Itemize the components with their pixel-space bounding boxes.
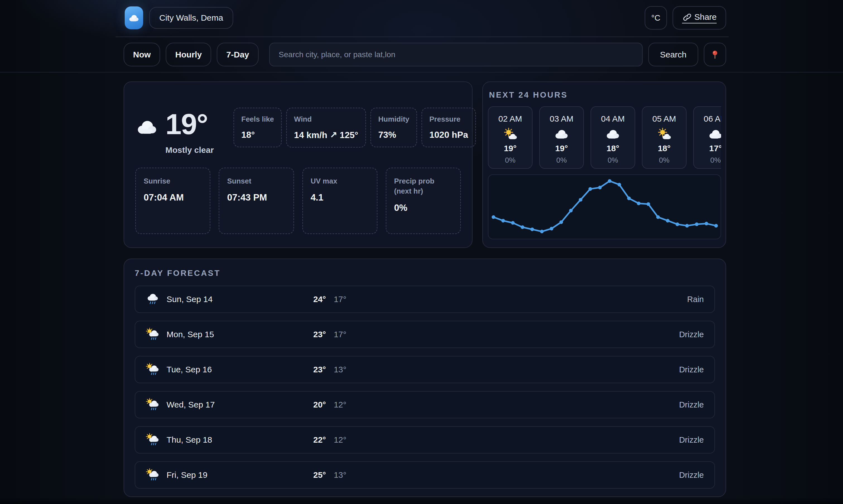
unit-toggle-button[interactable]: °C: [645, 6, 667, 30]
current-condition: Mostly clear: [165, 145, 233, 155]
stat-label: Humidity: [378, 115, 409, 124]
stat-value: 14 km/h ↗ 125°: [294, 130, 358, 140]
stat-label: Pressure: [429, 115, 468, 124]
forecast-row-thu: Thu, Sep 18 22° 12° Drizzle: [135, 426, 715, 453]
stat-value: 18°: [241, 130, 274, 140]
sun-tile-sunrise: Sunrise 07:04 AM: [135, 168, 210, 234]
day-high-temp: 23°: [313, 330, 326, 339]
tab-7day[interactable]: 7-Day: [217, 43, 258, 66]
day-date: Sun, Sep 14: [166, 294, 213, 304]
forecast-row-sun: Sun, Sep 14 24° 17° Rain: [135, 286, 715, 313]
hour-temp: 18°: [658, 144, 670, 153]
hour-tile: 06 AM 17° 0%: [693, 106, 721, 169]
round-pushpin-icon: [710, 50, 720, 60]
location-pill[interactable]: City Walls, Dema: [149, 7, 233, 29]
forecast-row-wed: Wed, Sep 17 20° 12° Drizzle: [135, 391, 715, 418]
hour-temp: 19°: [504, 144, 516, 153]
hour-time: 03 AM: [550, 114, 573, 124]
app-logo[interactable]: [125, 6, 143, 29]
sun-rain-cloud-icon: [146, 328, 160, 341]
stat-tile-humidity: Humidity 73%: [371, 108, 417, 147]
hour-tile: 02 AM 19° 0%: [488, 106, 533, 169]
cloud-icon: [128, 13, 140, 22]
app-header: City Walls, Dema °C Share Now Hourly 7-D…: [0, 0, 843, 73]
sun-value: 07:04 AM: [144, 192, 202, 203]
day-low-temp: 12°: [334, 400, 346, 410]
forecast-row-mon: Mon, Sep 15 23° 17° Drizzle: [135, 321, 715, 348]
sun-tile-precip-prob: Precip prob (next hr) 0%: [386, 168, 461, 234]
hour-temp: 19°: [555, 144, 568, 153]
seven-day-forecast-title: 7-DAY FORECAST: [135, 269, 715, 278]
sun-rain-cloud-icon: [146, 363, 160, 376]
link-icon: [682, 12, 692, 22]
sun-label: Sunset: [227, 176, 285, 186]
next-24-hours-card: NEXT 24 HOURS 02 AM 19° 0% 03 AM 19° 0%: [482, 82, 726, 248]
sun-rain-cloud-icon: [146, 468, 160, 482]
hour-time: 02 AM: [498, 114, 522, 124]
use-my-location-button[interactable]: [704, 43, 726, 66]
day-condition: Drizzle: [679, 435, 704, 445]
sun-behind-cloud-icon: [657, 127, 672, 140]
stat-label: Wind: [294, 115, 358, 124]
cloud-icon: [135, 118, 159, 136]
stat-value: 1020 hPa: [429, 130, 468, 140]
search-button[interactable]: Search: [648, 43, 698, 66]
day-condition: Drizzle: [679, 330, 704, 339]
hour-temp: 18°: [607, 144, 619, 153]
current-conditions-card: 19° Mostly clear Feels like 18° Wind 14 …: [124, 82, 472, 248]
sun-value: 0%: [394, 202, 452, 213]
sun-value: 4.1: [311, 192, 369, 203]
day-condition: Drizzle: [679, 400, 704, 410]
sun-tile-uv-max: UV max 4.1: [302, 168, 377, 234]
hour-time: 04 AM: [601, 114, 625, 124]
sun-label: Precip prob (next hr): [394, 176, 452, 196]
sun-rain-cloud-icon: [146, 433, 160, 447]
day-date: Mon, Sep 15: [166, 330, 214, 339]
hour-precip: 0%: [505, 156, 516, 165]
day-high-temp: 23°: [313, 365, 326, 374]
cloud-icon: [605, 127, 621, 140]
day-date: Fri, Sep 19: [166, 470, 208, 480]
temp-line-chart: [488, 175, 720, 239]
bottom-vignette: [0, 498, 843, 504]
day-date: Thu, Sep 18: [166, 435, 212, 445]
hour-precip: 0%: [608, 156, 618, 165]
day-condition: Drizzle: [679, 365, 704, 374]
cloud-icon: [708, 127, 721, 140]
hourly-strip[interactable]: 02 AM 19° 0% 03 AM 19° 0% 04 AM 1: [488, 106, 721, 169]
weather-app: City Walls, Dema °C Share Now Hourly 7-D…: [0, 0, 843, 497]
tab-now[interactable]: Now: [124, 43, 160, 66]
day-condition: Drizzle: [679, 470, 704, 480]
forecast-row-tue: Tue, Sep 16 23° 13° Drizzle: [135, 356, 715, 383]
day-low-temp: 13°: [334, 470, 346, 480]
day-low-temp: 17°: [334, 330, 346, 339]
sun-label: Sunrise: [144, 176, 202, 186]
stat-label: Feels like: [241, 115, 274, 124]
hour-tile: 04 AM 18° 0%: [591, 106, 635, 169]
sun-tile-sunset: Sunset 07:43 PM: [219, 168, 294, 234]
day-date: Wed, Sep 17: [166, 400, 215, 410]
hour-time: 05 AM: [652, 114, 676, 124]
stat-tile-feels-like: Feels like 18°: [233, 108, 282, 147]
share-button[interactable]: Share: [672, 6, 726, 30]
sun-value: 07:43 PM: [227, 192, 285, 203]
day-low-temp: 13°: [334, 365, 346, 374]
current-temperature: 19°: [165, 108, 208, 141]
hour-tile: 03 AM 19° 0%: [539, 106, 584, 169]
day-high-temp: 22°: [313, 435, 326, 445]
hour-time: 06 AM: [703, 114, 721, 124]
tab-hourly[interactable]: Hourly: [166, 43, 211, 66]
stat-tile-pressure: Pressure 1020 hPa: [422, 108, 476, 147]
share-label: Share: [694, 12, 717, 22]
day-low-temp: 12°: [334, 435, 346, 445]
main-content: 19° Mostly clear Feels like 18° Wind 14 …: [0, 73, 843, 497]
day-condition: Rain: [687, 295, 704, 304]
next-24-hours-title: NEXT 24 HOURS: [489, 90, 721, 100]
sun-behind-cloud-icon: [502, 127, 518, 140]
sun-rain-cloud-icon: [146, 398, 160, 411]
hourly-temp-chart: [488, 174, 721, 239]
day-high-temp: 20°: [313, 400, 326, 410]
day-low-temp: 17°: [334, 294, 346, 304]
day-date: Tue, Sep 16: [166, 365, 212, 374]
search-input[interactable]: [269, 43, 643, 66]
